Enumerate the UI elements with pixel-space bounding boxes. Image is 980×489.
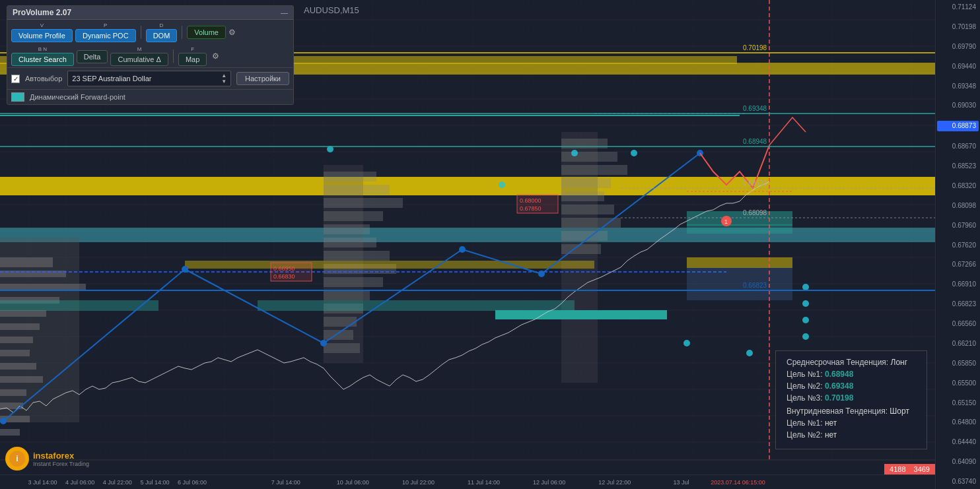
dom-button[interactable]: DOM — [146, 29, 178, 42]
svg-rect-55 — [324, 172, 376, 181]
pv-title: ProVolume 2.07 — [13, 8, 71, 17]
time-label-11: 12 Jul 22:00 — [598, 479, 631, 486]
price-64090: 0.64090 — [937, 457, 979, 467]
svg-text:0.68523: 0.68523 — [743, 179, 767, 187]
svg-text:0.70198: 0.70198 — [743, 44, 767, 51]
logo-text-group: instaforex Instant Forex Trading — [33, 451, 89, 467]
intraday-t2-label: Цель №2: — [787, 430, 823, 440]
time-label-3: 4 Jul 22:00 — [103, 479, 132, 486]
svg-point-108 — [631, 150, 637, 156]
price-axis: 0.71124 0.70198 0.69790 0.69440 0.69348 … — [935, 0, 980, 489]
svg-rect-53 — [0, 429, 20, 436]
separator2 — [182, 26, 182, 39]
svg-rect-37 — [0, 228, 935, 242]
target1-line: Цель №1: 0.68948 — [787, 370, 916, 379]
logo-circle: i — [5, 447, 29, 471]
intraday-t1-value: нет — [825, 418, 837, 428]
svg-rect-91 — [687, 257, 792, 268]
autochoose-label: Автовыбор — [25, 75, 62, 82]
svg-rect-40 — [0, 257, 53, 267]
target3-value: 0.70198 — [825, 393, 853, 403]
svg-rect-45 — [0, 323, 40, 330]
pv-title-bar: ProVolume 2.07 — — [7, 6, 293, 20]
svg-rect-60 — [324, 238, 376, 247]
target1-label: Цель №1: — [787, 370, 823, 379]
svg-point-111 — [802, 284, 809, 290]
info-box: Среднесрочная Тенденция: Лонг Цель №1: 0… — [775, 350, 927, 449]
contract-name: 23 SEP Australian Dollar — [72, 75, 151, 82]
svg-point-109 — [683, 340, 690, 346]
time-label-9: 11 Jul 14:00 — [468, 479, 500, 486]
price-top: 0.71124 — [937, 3, 979, 12]
svg-rect-78 — [561, 244, 601, 254]
delta-button[interactable]: Delta — [77, 50, 108, 63]
price-66823: 0.66823 — [937, 300, 979, 309]
price-66910: 0.66910 — [937, 280, 979, 289]
svg-point-101 — [320, 340, 327, 346]
svg-rect-58 — [324, 211, 383, 221]
svg-point-113 — [802, 317, 809, 323]
svg-rect-67 — [324, 330, 353, 340]
svg-rect-74 — [561, 191, 604, 201]
intraday-t2-value: нет — [825, 430, 837, 440]
intraday-value: Шорт — [890, 407, 909, 416]
pv-buttons-row2: B N Cluster Search Delta M Cumulative Δ … — [7, 45, 293, 67]
svg-rect-83 — [687, 224, 792, 234]
separator3 — [173, 49, 174, 63]
trend-line: Среднесрочная Тенденция: Лонг — [787, 358, 916, 367]
svg-text:1: 1 — [724, 218, 728, 225]
cluster-search-button[interactable]: Cluster Search — [11, 53, 74, 66]
svg-rect-71 — [561, 152, 617, 162]
volume-profile-button[interactable]: Volume Profile — [11, 29, 73, 42]
map-settings-icon[interactable]: ⚙ — [212, 51, 219, 61]
price-67620: 0.67620 — [937, 241, 979, 250]
svg-text:0.68000: 0.68000 — [520, 197, 542, 204]
time-label-12: 13 Jul — [674, 479, 689, 486]
chart-title: AUDUSD,M15 — [304, 5, 359, 15]
target2-line: Цель №2: 0.69348 — [787, 381, 916, 391]
intraday-trend-line: Внутридневная Тенденция: Шорт — [787, 407, 916, 416]
pv-minimize-button[interactable]: — — [281, 9, 288, 16]
autochoose-checkbox[interactable]: ✓ — [11, 75, 20, 83]
price-65150: 0.65150 — [937, 399, 979, 408]
svg-text:0.68098: 0.68098 — [743, 209, 767, 216]
contract-arrows[interactable]: ▲ ▼ — [221, 73, 227, 84]
svg-point-110 — [746, 350, 753, 356]
time-label-8: 10 Jul 22:00 — [402, 479, 435, 486]
svg-rect-76 — [561, 218, 621, 228]
cumulative-delta-button[interactable]: Cumulative Δ — [110, 53, 168, 66]
pv-forward-row: Динамический Forward-point — [7, 89, 293, 104]
price-68098: 0.68098 — [937, 201, 979, 211]
pv-autochoose-row: ✓ Автовыбор 23 SEP Australian Dollar ▲ ▼… — [7, 67, 293, 89]
price-69348: 0.69348 — [937, 82, 979, 91]
logo-icon: i — [9, 450, 26, 467]
time-label-2: 4 Jul 06:00 — [65, 479, 94, 486]
provolume-panel: ProVolume 2.07 — V Volume Profile P Dyna… — [7, 5, 294, 105]
svg-text:0.66830: 0.66830 — [273, 273, 295, 280]
svg-rect-79 — [0, 300, 158, 311]
svg-text:0.66950: 0.66950 — [273, 265, 295, 272]
instaforex-logo: i instaforex Instant Forex Trading — [5, 447, 89, 471]
time-label-current: 2023.07.14 06:15:00 — [711, 479, 765, 486]
price-67266: 0.67266 — [937, 260, 979, 269]
map-button[interactable]: Map — [178, 53, 207, 66]
price-65500: 0.65500 — [937, 379, 979, 388]
svg-rect-64 — [324, 290, 370, 300]
svg-rect-73 — [561, 178, 611, 188]
checkbox-check: ✓ — [13, 75, 18, 82]
volume-settings-icon[interactable]: ⚙ — [228, 28, 236, 37]
trend-value: Лонг — [891, 358, 908, 367]
volume-button[interactable]: Volume — [187, 26, 226, 39]
svg-rect-77 — [561, 231, 608, 241]
svg-rect-81 — [495, 310, 667, 319]
dynamic-poc-button[interactable]: Dynamic POC — [75, 29, 136, 42]
settings-button[interactable]: Настройки — [236, 72, 289, 85]
svg-text:i: i — [16, 454, 18, 463]
intraday-label: Внутридневная Тенденция: — [787, 407, 888, 416]
svg-point-106 — [499, 181, 505, 188]
time-label-10: 12 Jul 06:00 — [533, 479, 565, 486]
price-69790: 0.69790 — [937, 42, 979, 51]
contract-selector[interactable]: 23 SEP Australian Dollar ▲ ▼ — [67, 71, 231, 86]
price-64440: 0.64440 — [937, 438, 979, 447]
separator1 — [141, 26, 141, 39]
